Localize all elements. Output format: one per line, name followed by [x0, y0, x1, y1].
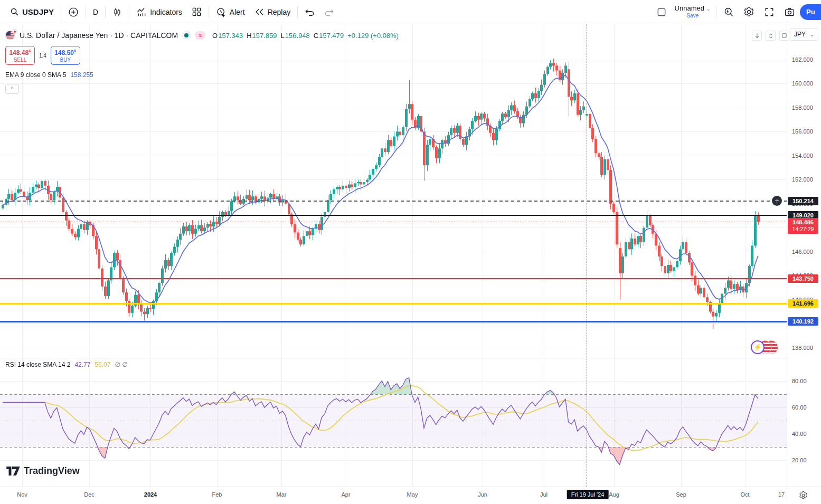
indicators-icon [136, 7, 147, 17]
save-layout-link[interactable]: Save [686, 12, 699, 19]
redo-icon [324, 7, 334, 17]
chevron-down-icon: ⌄ [706, 6, 711, 12]
replay-icon [254, 7, 265, 17]
bar-countdown: 14:27:29 [788, 226, 818, 233]
quick-search-button[interactable] [719, 3, 739, 21]
spread-value: 1.4 [39, 53, 46, 59]
quick-search-flash-icon [723, 7, 734, 17]
open-value: 157.343 [218, 32, 243, 40]
price-level-tag[interactable]: 143.750 [788, 274, 818, 283]
plus-circle-icon [68, 7, 79, 17]
legend-collapse-button[interactable]: ^ [5, 84, 19, 94]
axis-separator [787, 487, 787, 504]
ema-indicator-legend[interactable]: EMA 9 close 0 SMA 5 158.255 [5, 71, 93, 79]
ema-value: 158.255 [70, 71, 93, 79]
gear-icon [743, 6, 754, 17]
interval-button[interactable]: D [88, 3, 103, 21]
save-indicator-checkbox[interactable] [652, 3, 672, 21]
redo-button[interactable] [319, 3, 339, 21]
rsi-label: RSI 14 close SMA 14 2 [5, 361, 70, 368]
indicators-button[interactable]: Indicators [131, 3, 187, 21]
rsi-value: 42.77 [74, 361, 90, 368]
time-axis-label: 17 [778, 491, 785, 498]
price-level-tag[interactable]: 141.696 [788, 299, 818, 308]
alert-label: Alert [230, 8, 245, 16]
time-axis[interactable]: NovDec2024FebMarAprMayJunJulAugSepOct17 … [0, 487, 821, 504]
compare-add-button[interactable] [63, 3, 83, 21]
scroll-to-latest-button[interactable] [752, 31, 762, 41]
indicators-label: Indicators [150, 8, 182, 16]
delayed-data-badge[interactable]: ≈ [195, 31, 205, 40]
price-axis-label: 158.000 [792, 104, 813, 111]
snapshot-button[interactable] [779, 3, 800, 21]
price-level-line[interactable] [0, 321, 787, 322]
checkbox-square-icon [656, 7, 667, 17]
rsi-sma-value: 56.07 [95, 361, 110, 368]
low-value: 156.948 [285, 32, 310, 40]
interval-label: D [93, 8, 98, 16]
rsi-axis-label: 60.00 [792, 404, 807, 411]
time-axis-label: Nov [17, 491, 27, 498]
rsi-indicator-legend[interactable]: RSI 14 close SMA 14 2 42.77 56.07 ∅ ∅ [5, 361, 128, 368]
undo-button[interactable] [300, 3, 319, 21]
tradingview-logo[interactable]: TradingView [6, 465, 80, 477]
crosshair-vertical-line [587, 24, 587, 487]
market-status-badge[interactable] [182, 31, 191, 40]
current-price-tag[interactable]: 148.48614:27:29 [788, 218, 818, 234]
rsi-axis-label: 40.00 [792, 431, 807, 437]
buy-price: 148.500 [54, 47, 76, 56]
top-toolbar: USDJPY D Indicators [0, 0, 821, 24]
add-alert-plus-button[interactable]: + [772, 196, 782, 206]
toolbar-divider [86, 6, 86, 18]
time-axis-label: Mar [277, 491, 287, 498]
chart-region: U.S. Dollar / Japanese Yen · 1D · CAPITA… [0, 24, 821, 487]
layout-grid-button[interactable] [187, 3, 206, 21]
symbol-search-button[interactable]: USDJPY [5, 3, 59, 21]
pane-collapse-button[interactable] [766, 31, 776, 41]
buy-button[interactable]: 148.500 BUY [51, 46, 80, 65]
price-level-line[interactable] [0, 215, 787, 216]
time-axis-label: 2024 [144, 491, 157, 498]
currency-selector[interactable]: JPY ⌄ [790, 28, 818, 41]
pane-divider[interactable] [0, 358, 787, 358]
rsi-axis-label: 80.00 [792, 378, 807, 384]
price-axis-label: 138.000 [792, 345, 813, 351]
fullscreen-icon [764, 7, 775, 17]
layout-name-menu[interactable]: Unnamed ⌄ Save [672, 5, 714, 19]
pane-maximize-button[interactable] [779, 31, 789, 41]
price-level-line[interactable] [0, 201, 787, 202]
settings-button[interactable] [739, 3, 759, 21]
time-axis-label: May [407, 491, 418, 498]
arrow-down-icon [754, 33, 760, 39]
grid-layout-icon [192, 7, 202, 17]
alert-button[interactable]: Alert [211, 3, 250, 21]
replay-label: Replay [268, 8, 291, 16]
price-level-tag[interactable]: 140.192 [788, 317, 818, 326]
time-axis-label: Aug [609, 491, 619, 498]
toolbar-divider [129, 6, 129, 18]
time-axis-settings-button[interactable] [799, 491, 808, 502]
current-price-line [0, 222, 787, 222]
gear-icon [799, 491, 808, 500]
candlestick-chart-canvas[interactable] [0, 24, 787, 487]
price-level-tag[interactable]: 150.214 [788, 197, 818, 205]
rsi-axis-label: 20.00 [792, 457, 807, 463]
sell-button[interactable]: 148.486 SELL [5, 46, 35, 65]
currency-label: JPY [794, 31, 806, 38]
replay-button[interactable]: Replay [250, 3, 296, 21]
publish-button[interactable]: Pu [800, 4, 821, 20]
price-level-line[interactable] [0, 278, 787, 279]
price-level-line[interactable] [0, 303, 787, 305]
fullscreen-button[interactable] [759, 3, 779, 21]
undo-icon [305, 7, 315, 17]
chart-style-button[interactable] [108, 3, 127, 21]
toolbar-divider [297, 6, 298, 18]
toolbar-right: Unnamed ⌄ Save Pu [652, 0, 816, 24]
candlestick-icon [112, 7, 122, 17]
alert-clock-icon [216, 7, 227, 17]
symbol-flag-icon [5, 30, 16, 41]
price-axis[interactable]: JPY ⌄ 162.000160.000158.000156.000154.00… [787, 24, 821, 487]
symbol-title[interactable]: U.S. Dollar / Japanese Yen · 1D · CAPITA… [20, 31, 178, 40]
change-value: +0.129 (+0.08%) [347, 32, 399, 40]
search-icon [10, 7, 19, 16]
